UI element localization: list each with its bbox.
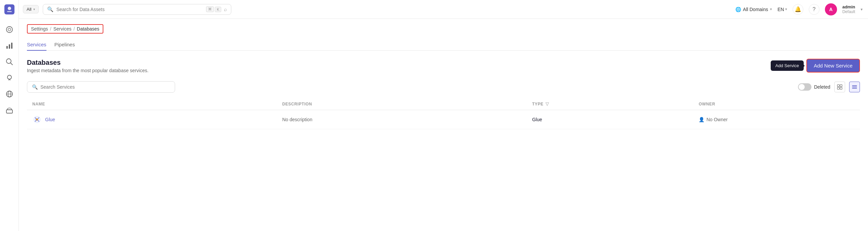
th-owner-filter: OWNER bbox=[699, 102, 855, 107]
table-body: Glue No description Glue 👤 No Owner bbox=[27, 110, 860, 129]
breadcrumb-sep-1: / bbox=[50, 26, 52, 32]
tab-pipelines[interactable]: Pipelines bbox=[55, 39, 75, 51]
breadcrumb-databases[interactable]: Databases bbox=[77, 26, 99, 32]
deleted-label: Deleted bbox=[814, 84, 830, 90]
svg-rect-18 bbox=[840, 87, 842, 89]
svg-point-1 bbox=[8, 7, 11, 10]
chevron-down-icon: ▾ bbox=[33, 7, 35, 11]
breadcrumb-settings[interactable]: Settings bbox=[31, 26, 48, 32]
svg-point-10 bbox=[7, 75, 11, 79]
deleted-toggle-group: Deleted bbox=[798, 83, 830, 91]
page-title: Databases bbox=[27, 59, 149, 67]
svg-line-9 bbox=[10, 63, 12, 65]
lang-label: EN bbox=[777, 7, 784, 12]
service-type-text: Glue bbox=[532, 117, 542, 122]
admin-role: Default bbox=[842, 9, 855, 14]
page-description: Ingest metadata from the most popular da… bbox=[27, 68, 149, 73]
avatar[interactable]: A bbox=[825, 3, 837, 15]
services-table: NAME DESCRIPTION TYPE ▽ OWNER bbox=[27, 98, 860, 129]
controls-right: Deleted bbox=[798, 82, 860, 92]
list-view-button[interactable] bbox=[849, 82, 860, 92]
language-selector[interactable]: EN ▾ bbox=[777, 7, 787, 12]
search-magnifier-icon: ⌕ bbox=[224, 6, 227, 12]
global-search-box[interactable]: 🔍 ⌘ K ⌕ bbox=[43, 4, 231, 15]
table-row: Glue No description Glue 👤 No Owner bbox=[27, 110, 860, 129]
app-layout: Settings / Services / Databases Services… bbox=[0, 19, 868, 231]
grid-view-button[interactable] bbox=[834, 82, 845, 92]
filter-icon[interactable]: ▽ bbox=[546, 102, 549, 107]
domain-selector[interactable]: 🌐 All Domains ▾ bbox=[735, 7, 772, 12]
notifications-button[interactable]: 🔔 bbox=[793, 4, 803, 15]
add-new-service-button[interactable]: Add New Service bbox=[806, 59, 860, 73]
navbar: All ▾ 🔍 ⌘ K ⌕ 🌐 All Domains ▾ EN ▾ 🔔 ? A… bbox=[0, 0, 868, 19]
cell-owner: 👤 No Owner bbox=[693, 110, 860, 129]
svg-point-3 bbox=[6, 27, 12, 33]
sidebar bbox=[0, 19, 19, 231]
cell-type: Glue bbox=[527, 110, 693, 129]
page-header: Databases Ingest metadata from the most … bbox=[27, 59, 860, 73]
deleted-toggle[interactable] bbox=[798, 83, 811, 91]
chevron-down-icon[interactable]: ▾ bbox=[861, 7, 863, 12]
search-services-input[interactable] bbox=[40, 84, 170, 90]
cell-description: No description bbox=[277, 110, 527, 129]
k-key: K bbox=[215, 7, 221, 12]
admin-info: admin Default bbox=[842, 4, 855, 14]
navbar-right: 🌐 All Domains ▾ EN ▾ 🔔 ? A admin Default… bbox=[735, 3, 863, 15]
breadcrumb-services[interactable]: Services bbox=[53, 26, 71, 32]
app-logo[interactable] bbox=[0, 0, 19, 19]
th-name: NAME bbox=[27, 98, 277, 110]
search-services-box[interactable]: 🔍 bbox=[27, 81, 175, 93]
cmd-key: ⌘ bbox=[206, 6, 214, 12]
breadcrumb-sep-2: / bbox=[73, 26, 75, 32]
breadcrumb: Settings / Services / Databases bbox=[27, 24, 103, 34]
chevron-down-icon: ▾ bbox=[785, 7, 787, 11]
sidebar-item-insights[interactable] bbox=[3, 71, 16, 85]
svg-rect-14 bbox=[6, 110, 12, 113]
service-name-text: Glue bbox=[45, 117, 55, 122]
add-service-tooltip: Add Service bbox=[771, 61, 804, 71]
search-filter-all[interactable]: All ▾ bbox=[23, 5, 39, 13]
table-header-row: NAME DESCRIPTION TYPE ▽ OWNER bbox=[27, 98, 860, 110]
table-head: NAME DESCRIPTION TYPE ▽ OWNER bbox=[27, 98, 860, 110]
sidebar-item-explore[interactable] bbox=[3, 23, 16, 36]
sidebar-item-analytics[interactable] bbox=[3, 39, 16, 52]
help-button[interactable]: ? bbox=[809, 4, 819, 15]
service-name-link[interactable]: Glue bbox=[32, 115, 271, 124]
global-search-input[interactable] bbox=[56, 7, 204, 12]
th-type-filter: TYPE ▽ bbox=[532, 102, 688, 107]
main-content: Settings / Services / Databases Services… bbox=[19, 19, 868, 231]
admin-name: admin bbox=[842, 4, 855, 9]
domain-label: All Domains bbox=[743, 7, 768, 12]
svg-rect-5 bbox=[6, 46, 8, 49]
page-header-left: Databases Ingest metadata from the most … bbox=[27, 59, 149, 73]
person-icon: 👤 bbox=[699, 117, 704, 122]
service-description-text: No description bbox=[282, 117, 312, 122]
th-owner: OWNER bbox=[693, 98, 860, 110]
search-icon: 🔍 bbox=[32, 84, 38, 90]
glue-service-icon bbox=[32, 115, 42, 124]
search-controls: 🔍 Deleted bbox=[27, 81, 860, 93]
th-description: DESCRIPTION bbox=[277, 98, 527, 110]
filter-label: All bbox=[27, 7, 31, 12]
svg-point-4 bbox=[8, 28, 11, 31]
tab-services[interactable]: Services bbox=[27, 39, 46, 51]
svg-rect-6 bbox=[9, 44, 10, 49]
owner-cell: 👤 No Owner bbox=[699, 117, 855, 122]
svg-rect-16 bbox=[840, 85, 842, 87]
tabs: Services Pipelines bbox=[27, 39, 860, 51]
sidebar-item-governance[interactable] bbox=[3, 104, 16, 117]
th-type: TYPE ▽ bbox=[527, 98, 693, 110]
chevron-down-icon: ▾ bbox=[770, 7, 772, 11]
page-header-right: Add Service Add New Service bbox=[771, 59, 860, 73]
sidebar-item-search[interactable] bbox=[3, 55, 16, 69]
svg-rect-7 bbox=[11, 43, 12, 49]
cell-name: Glue bbox=[27, 110, 277, 129]
sidebar-item-globe[interactable] bbox=[3, 87, 16, 101]
owner-text: No Owner bbox=[706, 117, 727, 122]
svg-rect-2 bbox=[7, 11, 12, 12]
search-shortcut: ⌘ K bbox=[206, 6, 221, 12]
search-icon: 🔍 bbox=[47, 6, 54, 12]
svg-rect-17 bbox=[837, 87, 839, 89]
svg-rect-15 bbox=[837, 85, 839, 87]
globe-icon: 🌐 bbox=[735, 7, 741, 12]
